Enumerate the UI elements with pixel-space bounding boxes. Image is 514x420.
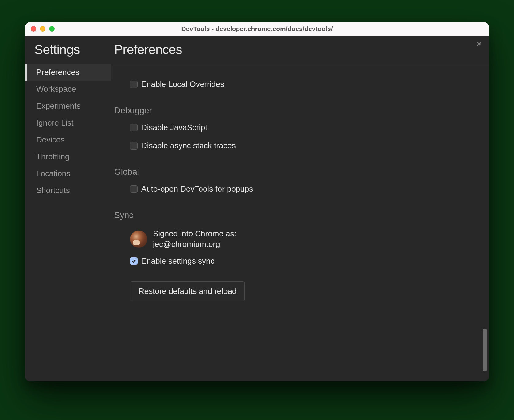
- setting-disable-async-stack-traces[interactable]: Disable async stack traces: [114, 137, 470, 155]
- section-heading-sync: Sync: [114, 210, 470, 220]
- setting-label: Enable settings sync: [141, 256, 214, 266]
- avatar: [130, 231, 147, 248]
- setting-label: Disable JavaScript: [141, 123, 207, 132]
- minimize-window-button[interactable]: [40, 26, 45, 32]
- sync-identity: Signed into Chrome as: jec@chromium.org: [114, 223, 470, 252]
- checkbox-icon[interactable]: [130, 124, 138, 131]
- sidebar-item-locations[interactable]: Locations: [25, 165, 111, 182]
- setting-label: Disable async stack traces: [141, 141, 236, 150]
- sidebar-item-devices[interactable]: Devices: [25, 131, 111, 148]
- setting-enable-local-overrides[interactable]: Enable Local Overrides: [114, 75, 470, 93]
- section-heading-debugger: Debugger: [114, 106, 470, 115]
- checkbox-icon[interactable]: [130, 142, 138, 150]
- preferences-panel: Preferences Enable Local Overrides Debug…: [111, 36, 489, 381]
- devtools-window: DevTools - developer.chrome.com/docs/dev…: [25, 22, 489, 381]
- checkbox-icon[interactable]: [130, 185, 138, 193]
- window-controls: [25, 26, 55, 32]
- sidebar-item-workspace[interactable]: Workspace: [25, 81, 111, 98]
- sidebar-item-preferences[interactable]: Preferences: [25, 64, 111, 81]
- sidebar-item-label: Throttling: [36, 152, 69, 161]
- setting-enable-settings-sync[interactable]: Enable settings sync: [114, 252, 470, 270]
- identity-line-1: Signed into Chrome as:: [153, 229, 236, 239]
- scrollbar[interactable]: [483, 67, 487, 371]
- zoom-window-button[interactable]: [49, 26, 55, 32]
- preferences-scroll-area: Enable Local Overrides Debugger Disable …: [111, 64, 489, 374]
- sidebar-title: Settings: [25, 42, 111, 64]
- window-title: DevTools - developer.chrome.com/docs/dev…: [25, 25, 489, 33]
- sidebar-item-label: Experiments: [36, 101, 81, 111]
- setting-label: Enable Local Overrides: [141, 80, 224, 89]
- sidebar-item-label: Workspace: [36, 84, 76, 94]
- sidebar-item-label: Locations: [36, 169, 70, 178]
- sidebar-item-label: Shortcuts: [36, 186, 70, 195]
- checkbox-icon[interactable]: [130, 257, 138, 265]
- checkbox-icon[interactable]: [130, 81, 138, 88]
- sidebar-item-throttling[interactable]: Throttling: [25, 148, 111, 165]
- scrollbar-thumb[interactable]: [483, 329, 487, 371]
- settings-sidebar: Settings Preferences Workspace Experimen…: [25, 36, 111, 381]
- titlebar: DevTools - developer.chrome.com/docs/dev…: [25, 22, 489, 36]
- section-heading-global: Global: [114, 167, 470, 177]
- sidebar-item-label: Devices: [36, 135, 64, 144]
- restore-defaults-button[interactable]: Restore defaults and reload: [130, 281, 245, 301]
- sidebar-item-label: Ignore List: [36, 118, 73, 127]
- identity-line-2: jec@chromium.org: [153, 239, 236, 250]
- setting-disable-javascript[interactable]: Disable JavaScript: [114, 119, 470, 137]
- setting-label: Auto-open DevTools for popups: [141, 184, 253, 194]
- setting-auto-open-devtools-popups[interactable]: Auto-open DevTools for popups: [114, 180, 470, 198]
- page-title: Preferences: [111, 42, 489, 64]
- close-icon[interactable]: ×: [477, 39, 482, 49]
- sidebar-item-ignore-list[interactable]: Ignore List: [25, 115, 111, 131]
- sidebar-item-label: Preferences: [36, 68, 79, 77]
- sidebar-item-experiments[interactable]: Experiments: [25, 98, 111, 115]
- sidebar-item-shortcuts[interactable]: Shortcuts: [25, 182, 111, 199]
- identity-text: Signed into Chrome as: jec@chromium.org: [153, 229, 236, 250]
- close-window-button[interactable]: [31, 26, 36, 32]
